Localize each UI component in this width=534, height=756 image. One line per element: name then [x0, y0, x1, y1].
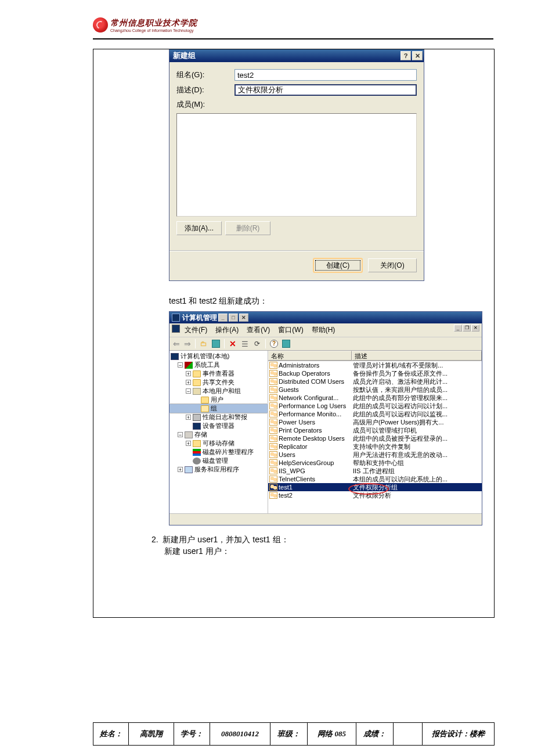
- college-logo-icon: [93, 17, 108, 33]
- collapse-icon[interactable]: −: [178, 432, 183, 437]
- expand-icon[interactable]: +: [178, 467, 183, 472]
- tree-storage[interactable]: 存储: [194, 430, 207, 439]
- list-row[interactable]: TelnetClients本组的成员可以访问此系统上的...: [268, 475, 482, 483]
- expand-icon[interactable]: +: [186, 415, 191, 420]
- tree-local-users-groups[interactable]: 本地用户和组: [203, 387, 241, 395]
- system-menu-icon[interactable]: [172, 325, 180, 333]
- menu-help[interactable]: 帮助(H): [308, 325, 339, 336]
- up-icon[interactable]: 🗀: [199, 339, 209, 349]
- tree-groups[interactable]: 组: [211, 404, 217, 413]
- group-name: test2: [279, 492, 293, 499]
- column-name[interactable]: 名称: [268, 351, 352, 361]
- group-description: 管理员对计算机/域有不受限制...: [352, 361, 482, 370]
- show-hide-icon[interactable]: [211, 339, 221, 349]
- list-row[interactable]: Administrators管理员对计算机/域有不受限制...: [268, 361, 482, 369]
- collapse-icon[interactable]: −: [178, 362, 183, 368]
- remove-button: 删除(R): [225, 221, 270, 235]
- mdi-restore[interactable]: ❐: [463, 325, 471, 332]
- group-description: 文件权限分析: [352, 491, 482, 500]
- tree-shared-folders[interactable]: 共享文件夹: [203, 378, 234, 387]
- list-row[interactable]: Performance Log Users此组的成员可以远程访问以计划...: [268, 402, 482, 410]
- dialog-title: 新建组: [173, 51, 196, 61]
- forward-icon[interactable]: ⇒: [183, 339, 192, 348]
- expand-icon[interactable]: +: [186, 371, 191, 376]
- group-name-input[interactable]: [234, 69, 417, 81]
- group-icon: [269, 378, 277, 385]
- list-row[interactable]: Backup Operators备份操作员为了备份或还原文件...: [268, 369, 482, 377]
- list-row[interactable]: Users用户无法进行有意或无意的改动...: [268, 451, 482, 459]
- tree-event-viewer[interactable]: 事件查看器: [203, 369, 234, 378]
- list-row[interactable]: Print Operators成员可以管理域打印机: [268, 426, 482, 434]
- mdi-minimize[interactable]: _: [454, 325, 462, 332]
- list-row[interactable]: test1文件权限分析组: [268, 483, 482, 491]
- group-icon: [269, 435, 277, 442]
- tree-performance[interactable]: 性能日志和警报: [203, 413, 247, 422]
- members-listbox[interactable]: [176, 113, 417, 217]
- toolbar: ⇐ ⇒ 🗀 ✕ ☰ ⟳ ?: [169, 337, 482, 351]
- window-close-button[interactable]: ✕: [239, 314, 248, 322]
- delete-icon[interactable]: ✕: [228, 339, 238, 349]
- help-icon[interactable]: ?: [269, 339, 279, 349]
- list-row[interactable]: Replicator支持域中的文件复制: [268, 442, 482, 451]
- menu-view[interactable]: 查看(V): [243, 325, 273, 336]
- create-button[interactable]: 创建(C): [313, 258, 362, 272]
- minimize-button[interactable]: _: [218, 314, 228, 322]
- list-row[interactable]: Guests按默认值，来宾跟用户组的成员...: [268, 386, 482, 394]
- list-row[interactable]: Power Users高级用户(Power Users)拥有大...: [268, 418, 482, 426]
- tree-removable[interactable]: 可移动存储: [203, 439, 234, 448]
- group-name: TelnetClients: [279, 476, 315, 483]
- mdi-close[interactable]: ✕: [471, 325, 479, 332]
- collapse-icon[interactable]: −: [186, 388, 191, 394]
- expand-icon[interactable]: +: [186, 441, 191, 446]
- tree-services[interactable]: 服务和应用程序: [194, 465, 239, 474]
- group-name: Replicator: [279, 443, 308, 450]
- group-icon: [269, 386, 277, 393]
- list-row[interactable]: Remote Desktop Users此组中的成员被授予远程登录的...: [268, 434, 482, 442]
- maximize-button[interactable]: □: [229, 314, 238, 322]
- list-row[interactable]: Distributed COM Users成员允许启动、激活和使用此计...: [268, 377, 482, 386]
- group-description: 本组的成员可以访问此系统上的...: [352, 475, 482, 484]
- extra-icon[interactable]: [281, 339, 291, 349]
- college-name-cn: 常州信息职业技术学院: [110, 18, 197, 28]
- expand-icon[interactable]: +: [186, 380, 191, 385]
- new-group-dialog: 新建组 ? ✕ 组名(G): 描述(D): 成员(M):: [169, 49, 424, 281]
- group-icon: [269, 411, 277, 417]
- folder-icon: [193, 370, 201, 377]
- back-icon[interactable]: ⇐: [172, 339, 181, 348]
- list-row[interactable]: IIS_WPGIIS 工作进程组: [268, 467, 482, 475]
- services-icon: [185, 466, 193, 473]
- refresh-icon[interactable]: ⟳: [252, 339, 262, 349]
- column-description[interactable]: 描述: [352, 351, 482, 361]
- close-dialog-button[interactable]: 关闭(O): [368, 258, 417, 272]
- add-button[interactable]: 添加(A)...: [176, 221, 222, 235]
- properties-icon[interactable]: ☰: [240, 339, 250, 349]
- footer-class-label: 班级：: [270, 722, 308, 746]
- tree-root[interactable]: 计算机管理(本地): [181, 352, 229, 361]
- list-row[interactable]: test2文件权限分析: [268, 491, 482, 499]
- group-icon: [269, 370, 277, 377]
- description-input[interactable]: [234, 84, 417, 96]
- menu-action[interactable]: 操作(A): [212, 325, 242, 336]
- computer-icon: [172, 314, 180, 322]
- group-description: 成员可以管理域打印机: [352, 426, 482, 435]
- menu-file[interactable]: 文件(F): [181, 325, 211, 336]
- tree-system-tools[interactable]: 系统工具: [194, 361, 220, 369]
- tree-device-manager[interactable]: 设备管理器: [203, 422, 234, 430]
- tree-defrag[interactable]: 磁盘碎片整理程序: [203, 448, 254, 456]
- help-button[interactable]: ?: [400, 51, 411, 60]
- group-description: 按默认值，来宾跟用户组的成员...: [352, 386, 482, 394]
- menu-window[interactable]: 窗口(W): [275, 325, 306, 336]
- group-icon: [269, 443, 277, 450]
- groups-list[interactable]: 名称 描述 Administrators管理员对计算机/域有不受限制...Bac…: [268, 351, 482, 513]
- group-description: 文件权限分析组: [352, 483, 482, 492]
- list-row[interactable]: Network Configurat...此组中的成员有部分管理权限来...: [268, 394, 482, 402]
- list-row[interactable]: HelpServicesGroup帮助和支持中心组: [268, 459, 482, 467]
- group-description: 帮助和支持中心组: [352, 459, 482, 467]
- group-name: Power Users: [279, 419, 315, 426]
- console-tree[interactable]: 计算机管理(本地) −系统工具 +事件查看器 +共享文件夹 −本地用户和组 用户…: [169, 351, 268, 513]
- group-name: Print Operators: [279, 427, 322, 434]
- close-button[interactable]: ✕: [412, 51, 423, 60]
- tree-users[interactable]: 用户: [211, 395, 223, 404]
- tree-disk-mgmt[interactable]: 磁盘管理: [203, 456, 228, 465]
- list-row[interactable]: Performance Monito...此组的成员可以远程访问以监视...: [268, 410, 482, 418]
